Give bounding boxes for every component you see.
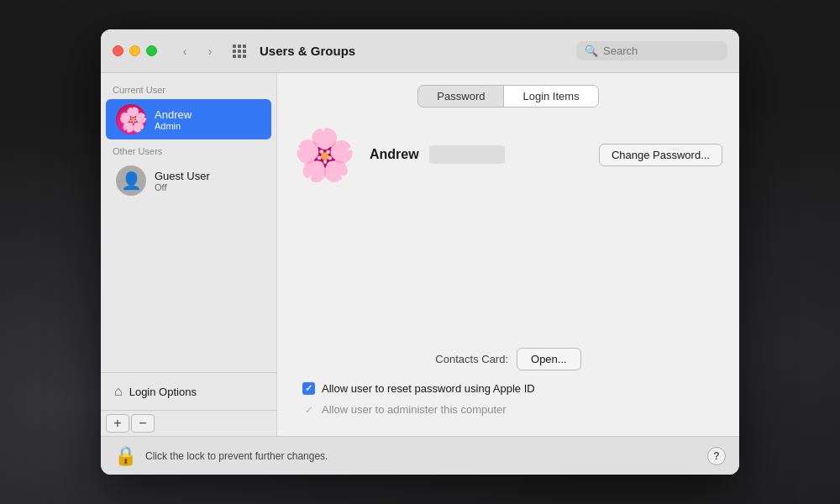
search-input[interactable] [603, 45, 719, 57]
user-header: 🌸 Andrew Change Password... [294, 124, 722, 185]
user-role-guest: Off [155, 182, 210, 192]
remove-user-button[interactable]: − [131, 414, 155, 433]
user-role-andrew: Admin [155, 121, 192, 131]
sidebar-footer: ⌂ Login Options [101, 372, 276, 410]
user-detail: 🌸 Andrew Change Password... Contacts Car… [294, 124, 722, 424]
login-options-label: Login Options [129, 386, 197, 398]
user-name-guest: Guest User [155, 170, 210, 182]
change-password-button[interactable]: Change Password... [599, 144, 722, 166]
open-contacts-button[interactable]: Open... [517, 348, 581, 370]
checkbox-label-reset-password: Allow user to reset password using Apple… [322, 382, 535, 395]
user-name-andrew: Andrew [155, 108, 192, 121]
add-remove-bar: + − [101, 410, 276, 436]
window-title: Users & Groups [260, 44, 568, 58]
forward-button[interactable]: › [199, 40, 221, 62]
check-icon: ✓ [305, 383, 312, 394]
checkbox-administer: ✓ [302, 403, 315, 416]
search-bar: 🔍 [576, 41, 727, 60]
current-user-section-label: Current User [101, 80, 276, 97]
tab-bar: Password Login Items [294, 85, 722, 108]
contacts-row: Contacts Card: Open... [294, 348, 722, 370]
system-preferences-window: ‹ › Users & Groups 🔍 Current User Andrew [101, 29, 739, 475]
sidebar: Current User Andrew Admin Other Users 👤 … [101, 73, 277, 436]
search-icon: 🔍 [585, 45, 598, 57]
nav-arrows: ‹ › [174, 40, 221, 62]
user-name-field [429, 145, 505, 164]
sidebar-item-andrew[interactable]: Andrew Admin [106, 99, 271, 139]
guest-icon: 👤 [121, 171, 142, 191]
other-users-section-label: Other Users [101, 141, 276, 159]
traffic-lights [113, 45, 157, 56]
user-info-andrew: Andrew Admin [155, 108, 192, 131]
main-content: Current User Andrew Admin Other Users 👤 … [101, 73, 739, 436]
tab-group: Password Login Items [417, 85, 598, 108]
avatar-guest: 👤 [116, 165, 146, 196]
lock-text: Click the lock to prevent further change… [145, 450, 699, 462]
titlebar: ‹ › Users & Groups 🔍 [101, 29, 739, 73]
login-options-button[interactable]: ⌂ Login Options [106, 378, 271, 405]
close-button[interactable] [113, 45, 123, 56]
contacts-card-label: Contacts Card: [435, 353, 508, 365]
back-button[interactable]: ‹ [174, 40, 196, 62]
tab-login-items[interactable]: Login Items [504, 86, 597, 107]
sidebar-item-guest[interactable]: 👤 Guest User Off [106, 160, 271, 201]
checkbox-row-reset-password: ✓ Allow user to reset password using App… [294, 382, 722, 395]
checkbox-row-administer: ✓ Allow user to administer this computer [294, 403, 722, 416]
user-list: Current User Andrew Admin Other Users 👤 … [101, 73, 276, 372]
main-panel: Password Login Items 🌸 Andrew Change Pas… [277, 73, 739, 436]
maximize-button[interactable] [146, 45, 157, 56]
check-disabled-icon: ✓ [305, 404, 313, 416]
minimize-button[interactable] [129, 45, 140, 56]
checkbox-reset-password[interactable]: ✓ [302, 382, 315, 395]
help-button[interactable]: ? [707, 447, 726, 465]
avatar-andrew [116, 104, 146, 134]
bottom-bar: 🔒 Click the lock to prevent further chan… [101, 436, 739, 475]
user-fullname: Andrew [370, 147, 419, 162]
home-icon: ⌂ [114, 384, 123, 399]
user-name-section: Andrew [370, 145, 584, 164]
user-info-guest: Guest User Off [155, 170, 210, 192]
avatar-large: 🌸 [294, 124, 354, 185]
grid-icon[interactable] [233, 45, 246, 58]
add-user-button[interactable]: + [106, 414, 129, 433]
tab-password[interactable]: Password [418, 86, 504, 107]
lock-icon[interactable]: 🔒 [114, 445, 137, 467]
checkbox-label-administer: Allow user to administer this computer [322, 403, 507, 416]
spacer [294, 202, 722, 348]
